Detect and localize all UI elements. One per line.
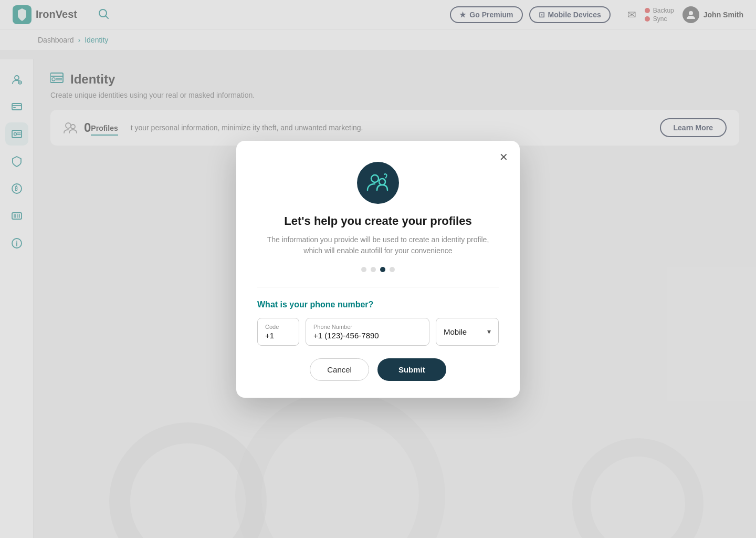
modal-icon-circle [357,162,399,204]
modal-dialog: ✕ Let's help you create your profiles Th… [236,141,520,398]
country-code-field[interactable]: Code +1 [257,318,299,346]
step-dot-3 [380,267,385,272]
phone-number-value: +1 (123)-456-7890 [313,331,422,340]
modal-divider [257,287,499,287]
svg-point-32 [385,177,387,178]
step-dot-4 [390,267,395,272]
svg-point-31 [379,179,385,185]
phone-question: What is your phone number? [257,300,499,309]
phone-number-label: Phone Number [313,324,422,330]
step-indicators [257,267,499,272]
step-dot-1 [361,267,366,272]
modal-actions: Cancel Submit [257,358,499,381]
svg-point-30 [371,175,379,182]
code-value: +1 [265,331,291,340]
code-label: Code [265,324,291,330]
cancel-button[interactable]: Cancel [310,358,369,381]
phone-type-label: Mobile [444,327,467,336]
modal-overlay: ✕ Let's help you create your profiles Th… [0,0,756,538]
submit-button[interactable]: Submit [377,358,446,381]
modal-title: Let's help you create your profiles [257,214,499,228]
modal-identity-icon [365,170,391,195]
step-dot-2 [371,267,376,272]
phone-inputs-area: Code +1 Phone Number +1 (123)-456-7890 M… [257,318,499,346]
phone-number-field[interactable]: Phone Number +1 (123)-456-7890 [306,318,429,346]
phone-type-dropdown[interactable]: Mobile ▾ [436,318,499,346]
modal-close-button[interactable]: ✕ [496,149,511,165]
modal-subtitle: The information you provide will be used… [257,234,499,256]
chevron-down-icon: ▾ [487,327,491,336]
